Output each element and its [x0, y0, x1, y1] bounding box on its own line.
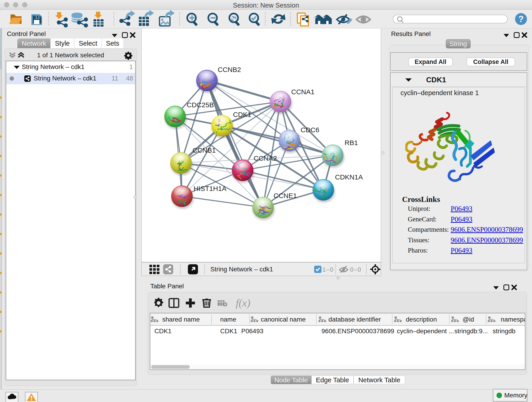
svg-text:CDC6: CDC6	[301, 126, 319, 134]
svg-text:name: name	[220, 316, 236, 323]
svg-text:CDKN1A: CDKN1A	[335, 173, 363, 181]
svg-text:CCNE1: CCNE1	[273, 192, 297, 199]
svg-text:CCNB1: CCNB1	[192, 147, 216, 154]
svg-text:RB1: RB1	[345, 139, 358, 147]
svg-text:f(x): f(x)	[236, 297, 250, 309]
svg-text:canonical name: canonical name	[261, 316, 306, 323]
svg-text:CCNA1: CCNA1	[291, 88, 315, 96]
svg-text:CCNB2: CCNB2	[218, 66, 241, 73]
svg-text:description: description	[406, 316, 437, 323]
svg-text:CDK1: CDK1	[233, 111, 251, 118]
svg-text:CDC25B: CDC25B	[187, 101, 214, 109]
svg-text:shared name: shared name	[162, 316, 200, 323]
svg-text:@id: @id	[462, 316, 474, 323]
svg-text:database identifier: database identifier	[329, 316, 381, 323]
svg-text:namespace: namespace	[501, 316, 525, 323]
svg-text:HIST1H1A: HIST1H1A	[194, 185, 226, 192]
svg-text:CCNA2: CCNA2	[254, 154, 277, 162]
